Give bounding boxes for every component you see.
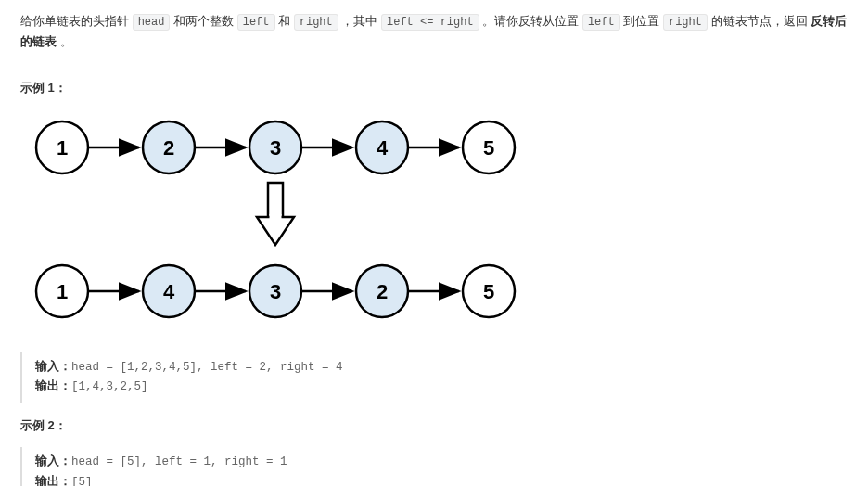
input-label: 输入：: [35, 455, 71, 468]
code-left2: left: [582, 14, 620, 31]
example2-code: 输入：head = [5], left = 1, right = 1 输出：[5…: [20, 447, 848, 486]
node-label: 5: [483, 136, 494, 160]
code-left: left: [237, 14, 275, 31]
bottom-row: 1 4 3 2 5: [36, 265, 515, 317]
input-value: head = [1,2,3,4,5], left = 2, right = 4: [71, 361, 343, 374]
example1-input-line: 输入：head = [1,2,3,4,5], left = 2, right =…: [35, 358, 848, 377]
node-label: 3: [270, 136, 281, 160]
input-label: 输入：: [35, 361, 71, 374]
code-cond: left <= right: [381, 14, 479, 31]
svg-marker-12: [257, 217, 294, 245]
linked-list-diagram: 1 2 3 4 5 1 4 3 2 5: [20, 110, 848, 339]
example1-output-line: 输出：[1,4,3,2,5]: [35, 377, 848, 397]
example2-title: 示例 2：: [20, 416, 848, 436]
desc-text: 和: [278, 14, 294, 28]
desc-text: 的链表节点，返回: [711, 14, 811, 28]
node-label: 4: [377, 136, 389, 160]
node-label: 2: [377, 280, 388, 303]
node-label: 3: [270, 280, 281, 303]
example2-output-line: 输出：[5]: [35, 473, 848, 486]
problem-description: 给你单链表的头指针 head 和两个整数 left 和 right ，其中 le…: [20, 11, 848, 52]
node-label: 1: [57, 280, 68, 303]
code-head: head: [133, 14, 171, 31]
desc-text: 。: [60, 34, 72, 48]
top-row: 1 2 3 4 5: [36, 122, 515, 173]
input-value: head = [5], left = 1, right = 1: [71, 455, 287, 468]
diagram-svg: 1 2 3 4 5 1 4 3 2 5: [20, 110, 540, 333]
node-label: 5: [483, 280, 494, 303]
svg-rect-13: [270, 214, 282, 220]
output-value: [5]: [71, 476, 93, 486]
desc-text: 和两个整数: [173, 14, 237, 28]
desc-text: 。请你反转从位置: [482, 14, 582, 28]
code-right2: right: [663, 14, 708, 31]
output-label: 输出：: [35, 380, 71, 393]
desc-text: ，其中: [341, 14, 381, 28]
down-arrow-icon: [257, 183, 294, 245]
node-label: 1: [57, 136, 68, 160]
desc-text: 给你单链表的头指针: [20, 14, 133, 28]
example1-code: 输入：head = [1,2,3,4,5], left = 2, right =…: [20, 352, 848, 403]
code-right: right: [294, 14, 338, 31]
example1-title: 示例 1：: [20, 78, 848, 98]
example2-input-line: 输入：head = [5], left = 1, right = 1: [35, 453, 848, 472]
output-value: [1,4,3,2,5]: [71, 380, 148, 393]
node-label: 4: [163, 280, 175, 303]
output-label: 输出：: [35, 476, 71, 486]
desc-text: 到位置: [623, 14, 663, 28]
node-label: 2: [163, 136, 174, 160]
